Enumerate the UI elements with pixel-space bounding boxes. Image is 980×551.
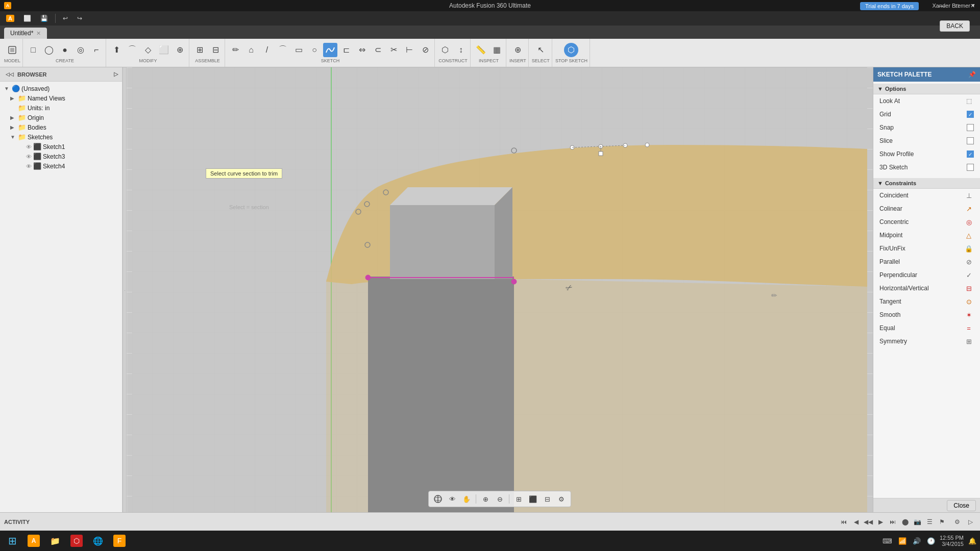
- browser-expand-icon[interactable]: ▷: [114, 71, 118, 78]
- activity-expand-icon[interactable]: ▷: [965, 516, 976, 528]
- show-profile-checkbox[interactable]: ✓: [967, 151, 974, 158]
- box-icon[interactable]: □: [26, 43, 40, 57]
- pan-icon[interactable]: ✋: [460, 493, 473, 505]
- sphere-icon[interactable]: ●: [58, 43, 72, 57]
- trim-icon[interactable]: ✂: [386, 43, 401, 57]
- step-forward-last-button[interactable]: ⏭: [887, 516, 898, 528]
- tree-item-origin[interactable]: ▶ 📁 Origin: [0, 113, 122, 122]
- home-icon[interactable]: [5, 43, 19, 57]
- asbuilt-icon[interactable]: ⊟: [208, 43, 223, 57]
- fusion-taskbar-button[interactable]: F: [109, 532, 130, 550]
- torus-icon[interactable]: ◎: [74, 43, 88, 57]
- line-icon[interactable]: /: [260, 43, 274, 57]
- step-back-button[interactable]: ◀: [850, 516, 862, 528]
- palette-pin-icon[interactable]: 📌: [968, 71, 976, 78]
- arc-icon[interactable]: ⌒: [276, 43, 290, 57]
- tree-item-bodies[interactable]: ▶ 📁 Bodies: [0, 122, 122, 132]
- app1-taskbar-button[interactable]: ⬡: [66, 532, 87, 550]
- coincident-button[interactable]: ⊥: [964, 190, 974, 201]
- look-at-button[interactable]: ⬚: [964, 96, 974, 106]
- zoom-out-icon[interactable]: ⊖: [494, 493, 506, 505]
- grid-checkbox[interactable]: ✓: [967, 111, 974, 118]
- project-icon[interactable]: ⌂: [244, 43, 258, 57]
- tree-item-sketch3[interactable]: 👁 ⬛ Sketch3: [0, 152, 122, 161]
- snap-checkbox[interactable]: [967, 124, 974, 131]
- maximize-button[interactable]: □: [949, 0, 965, 11]
- 3d-sketch-checkbox[interactable]: [967, 164, 974, 171]
- stop-sketch-icon[interactable]: ⬡: [564, 43, 578, 57]
- tree-item-units[interactable]: 📁 Units: in: [0, 103, 122, 113]
- tree-item-named-views[interactable]: ▶ 📁 Named Views: [0, 93, 122, 103]
- display-mode-icon[interactable]: ⬛: [527, 493, 539, 505]
- extend-icon[interactable]: ⊢: [402, 43, 416, 57]
- cylinder-icon[interactable]: ◯: [42, 43, 56, 57]
- plane-icon[interactable]: ⬡: [438, 43, 452, 57]
- break-icon[interactable]: ⊘: [418, 43, 432, 57]
- eye-icon-sketch4[interactable]: 👁: [26, 163, 32, 169]
- keyboard-icon[interactable]: ⌨: [881, 537, 894, 545]
- viewport[interactable]: ✂ ✏ Select = section Select curve sectio…: [127, 67, 873, 512]
- fillet-icon[interactable]: ⌒: [125, 43, 139, 57]
- fit-icon[interactable]: ⊞: [512, 493, 525, 505]
- browser-taskbar-button[interactable]: 🌐: [88, 532, 108, 550]
- tab-close-button[interactable]: ✕: [36, 30, 41, 37]
- minimize-button[interactable]: —: [934, 0, 949, 11]
- undo-button[interactable]: ↩: [59, 14, 72, 23]
- play-button[interactable]: ▶: [875, 516, 886, 528]
- orbit-icon[interactable]: [432, 493, 444, 505]
- back-button[interactable]: BACK: [940, 20, 970, 32]
- joint-icon[interactable]: ⊞: [192, 43, 207, 57]
- measure-icon[interactable]: 📏: [474, 43, 488, 57]
- options-section-header[interactable]: ▼ Options: [873, 84, 980, 94]
- combine-icon[interactable]: ⊕: [173, 43, 187, 57]
- tree-item-sketches[interactable]: ▼ 📁 Sketches: [0, 132, 122, 142]
- midpoint-button[interactable]: △: [964, 230, 974, 240]
- slot-icon[interactable]: ⊏: [339, 43, 353, 57]
- camera-icon[interactable]: 📷: [912, 516, 923, 528]
- chamfer-icon[interactable]: ◇: [141, 43, 155, 57]
- constraints-section-header[interactable]: ▼ Constraints: [873, 178, 980, 189]
- smooth-button[interactable]: ✶: [964, 310, 974, 320]
- colinear-button[interactable]: ↗: [964, 204, 974, 214]
- equal-button[interactable]: =: [964, 323, 974, 333]
- look-icon[interactable]: 👁: [446, 493, 458, 505]
- active-tab[interactable]: Untitled* ✕: [4, 28, 47, 39]
- browser-divider[interactable]: ···: [122, 67, 127, 512]
- concentric-button[interactable]: ◎: [964, 217, 974, 227]
- folder-taskbar-button[interactable]: 📁: [45, 532, 65, 550]
- select-icon[interactable]: ↖: [533, 43, 548, 57]
- rectangle-icon[interactable]: ▭: [291, 43, 306, 57]
- tree-item-unsaved[interactable]: ▼ 🔵 (Unsaved): [0, 84, 122, 93]
- eye-icon-sketch3[interactable]: 👁: [26, 154, 32, 160]
- volume-icon[interactable]: 🔊: [911, 537, 922, 545]
- axis-icon[interactable]: ↕: [454, 43, 468, 57]
- save-button[interactable]: 💾: [36, 14, 52, 23]
- step-back-slow-button[interactable]: ◀◀: [863, 516, 874, 528]
- insert-icon[interactable]: ⊕: [510, 43, 525, 57]
- browser-collapse-icon[interactable]: ◁◁: [4, 71, 15, 78]
- tree-item-sketch1[interactable]: 👁 ⬛ Sketch1: [0, 142, 122, 152]
- fix-unfix-button[interactable]: 🔒: [964, 243, 974, 254]
- eye-icon-sketch1[interactable]: 👁: [26, 144, 32, 150]
- viewport-settings-icon[interactable]: ⚙: [555, 493, 568, 505]
- circle-icon[interactable]: ○: [307, 43, 322, 57]
- tree-item-sketch4[interactable]: 👁 ⬛ Sketch4: [0, 161, 122, 171]
- push-pull-icon[interactable]: ⬆: [109, 43, 124, 57]
- parallel-button[interactable]: ⊘: [964, 257, 974, 267]
- start-button[interactable]: ⊞: [2, 532, 22, 550]
- redo-button[interactable]: ↪: [73, 14, 86, 23]
- perpendicular-button[interactable]: ✓: [964, 270, 974, 280]
- tangent-button[interactable]: ⊙: [964, 296, 974, 307]
- step-back-first-button[interactable]: ⏮: [838, 516, 849, 528]
- horizontal-vertical-button[interactable]: ⊟: [964, 283, 974, 293]
- slice-checkbox[interactable]: [967, 137, 974, 144]
- section-analysis-icon[interactable]: ▦: [489, 43, 504, 57]
- app-menu-button[interactable]: A: [2, 14, 18, 23]
- zoom-in-icon[interactable]: ⊕: [479, 493, 492, 505]
- spline-icon[interactable]: [323, 43, 337, 57]
- record-icon[interactable]: ⬤: [899, 516, 911, 528]
- new-button[interactable]: ⬜: [19, 14, 35, 23]
- list-icon[interactable]: ☰: [924, 516, 935, 528]
- autodesk-taskbar-button[interactable]: A: [23, 532, 44, 550]
- offset-icon[interactable]: ⊂: [371, 43, 385, 57]
